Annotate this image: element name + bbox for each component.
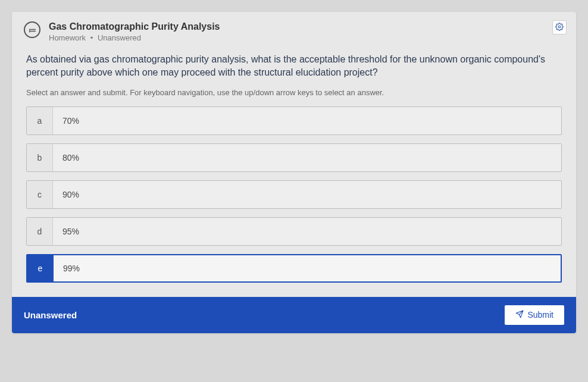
- option-e[interactable]: e 99%: [26, 254, 562, 283]
- question-title: Gas Chromatographic Purity Analysis: [49, 21, 564, 32]
- footer-status: Unanswered: [24, 310, 77, 320]
- option-d[interactable]: d 95%: [26, 217, 562, 246]
- question-subtitle: Homework • Unanswered: [49, 33, 564, 42]
- question-footer: Unanswered Submit: [12, 297, 576, 333]
- paper-plane-icon: [515, 310, 524, 320]
- question-card: ≔ Gas Chromatographic Purity Analysis Ho…: [12, 12, 576, 333]
- settings-button[interactable]: [552, 20, 567, 35]
- option-label: 80%: [53, 144, 561, 171]
- option-a[interactable]: a 70%: [26, 107, 562, 135]
- option-key: b: [27, 144, 53, 171]
- status-label: Unanswered: [98, 33, 141, 42]
- option-key: a: [27, 107, 53, 134]
- options-list: a 70% b 80% c 90% d 95% e 99%: [26, 107, 562, 291]
- category-label: Homework: [49, 33, 86, 42]
- svg-point-0: [558, 26, 561, 28]
- header-text: Gas Chromatographic Purity Analysis Home…: [49, 21, 564, 42]
- option-key: d: [27, 218, 53, 245]
- option-label: 90%: [53, 181, 561, 208]
- gear-icon: [555, 23, 564, 33]
- option-b[interactable]: b 80%: [26, 143, 562, 172]
- option-key: e: [27, 255, 54, 281]
- list-icon: ≔: [24, 21, 40, 38]
- option-key: c: [27, 181, 53, 208]
- dot-separator: •: [90, 33, 93, 42]
- question-text: As obtained via gas chromatographic puri…: [26, 53, 562, 80]
- option-label: 95%: [53, 218, 561, 245]
- option-label: 70%: [53, 107, 561, 134]
- question-header: ≔ Gas Chromatographic Purity Analysis Ho…: [12, 12, 576, 48]
- instruction-text: Select an answer and submit. For keyboar…: [26, 88, 562, 97]
- option-c[interactable]: c 90%: [26, 180, 562, 209]
- question-body: As obtained via gas chromatographic puri…: [12, 48, 576, 297]
- submit-label: Submit: [527, 310, 553, 320]
- submit-button[interactable]: Submit: [505, 305, 564, 325]
- option-label: 99%: [54, 255, 561, 281]
